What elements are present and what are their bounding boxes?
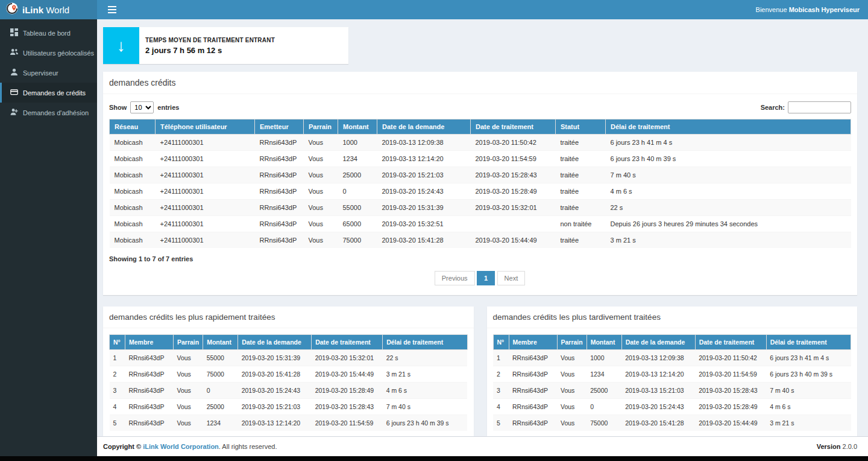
app-logo[interactable]: iLink World — [0, 0, 97, 19]
column-header[interactable]: Date de traitement — [471, 119, 556, 135]
table-cell: Vous — [304, 183, 338, 200]
table-cell: Vous — [304, 200, 338, 216]
table-cell: 2 — [493, 366, 509, 383]
next-page-button[interactable]: Next — [497, 271, 526, 285]
table-cell: 25000 — [203, 399, 238, 415]
arrow-down-icon: ↓ — [103, 27, 139, 64]
table-cell: 2019-03-20 15:32:51 — [377, 216, 471, 232]
column-header[interactable]: Statut — [556, 119, 606, 135]
table-cell: 2019-03-20 15:28:49 — [312, 383, 383, 399]
table-cell: 2019-03-20 15:28:49 — [471, 183, 556, 200]
copyright-label: Copyright © — [103, 443, 143, 450]
table-cell: 2019-03-20 15:28:43 — [695, 383, 766, 399]
column-header: Date de la demande — [621, 335, 695, 350]
sidebar-item-demandes-adhesion[interactable]: Demandes d'adhésion — [0, 103, 97, 122]
main-area: Bienvenue Mobicash Hyperviseur ↓ TEMPS M… — [97, 0, 868, 456]
table-cell: 5 — [110, 415, 125, 431]
table-cell: RRnsi643dP — [255, 151, 304, 167]
column-header[interactable]: Réseau — [110, 119, 156, 135]
table-row: Mobicash+24111000301RRnsi643dPVous250002… — [110, 167, 851, 183]
table-row: Mobicash+24111000301RRnsi643dPVous750002… — [110, 232, 851, 249]
table-cell: 2019-03-20 15:31:39 — [238, 350, 312, 366]
table-cell: 2019-03-20 15:44:49 — [312, 366, 383, 383]
table-cell: 4 — [493, 399, 509, 415]
column-header[interactable]: Montant — [338, 119, 377, 135]
credit-requests-panel: demandes crédits Show 10 entries Search: — [103, 72, 857, 295]
table-cell: 5 — [493, 415, 509, 431]
table-cell: 0 — [587, 399, 621, 415]
sidebar-item-superviseur[interactable]: Superviseur — [0, 63, 97, 83]
table-cell: 2019-03-20 15:24:43 — [238, 383, 312, 399]
column-header[interactable]: Date de la demande — [377, 119, 471, 135]
table-cell: RRnsi643dP — [125, 383, 174, 399]
table-cell: 2 — [110, 366, 125, 383]
supervisor-icon — [10, 68, 18, 77]
table-row: Mobicash+24111000301RRnsi643dPVous100020… — [110, 135, 851, 151]
page-1-button[interactable]: 1 — [477, 271, 495, 285]
table-header-row: N°MembreParrainMontantDate de la demande… — [110, 335, 468, 350]
table-cell: 1 — [110, 350, 125, 366]
table-cell: 2019-03-13 12:14:20 — [377, 151, 471, 167]
column-header: Date de traitement — [695, 335, 766, 350]
infobox-value: 2 jours 7 h 56 m 12 s — [145, 46, 275, 55]
column-header[interactable]: Délai de traitement — [606, 119, 851, 135]
table-cell: 2019-03-20 11:54:59 — [695, 366, 766, 383]
table-cell: RRnsi643dP — [509, 350, 557, 366]
table-cell: Mobicash — [110, 167, 156, 183]
table-cell: Mobicash — [110, 232, 156, 249]
column-header[interactable]: Téléphone utilisateur — [156, 119, 255, 135]
table-cell: 55000 — [338, 200, 377, 216]
table-cell: +24111000301 — [156, 216, 255, 232]
column-header[interactable]: Parrain — [304, 119, 338, 135]
table-cell: 3 — [493, 383, 509, 399]
sidebar-toggle-button[interactable] — [105, 4, 119, 16]
username: Mobicash Hyperviseur — [789, 6, 860, 13]
table-cell: 0 — [203, 383, 238, 399]
table-cell: RRnsi643dP — [255, 167, 304, 183]
dashboard-icon — [10, 28, 18, 37]
table-cell: 25000 — [587, 383, 621, 399]
table-cell: RRnsi643dP — [255, 200, 304, 216]
table-cell: RRnsi643dP — [125, 415, 174, 431]
welcome-prefix: Bienvenue — [756, 6, 787, 13]
table-cell: 55000 — [203, 350, 238, 366]
table-cell: Vous — [174, 383, 203, 399]
infobox-content: TEMPS MOYEN DE TRAITEMENT ENTRANT 2 jour… — [139, 27, 281, 64]
table-row: 3RRnsi643dPVous02019-03-20 15:24:432019-… — [110, 383, 468, 399]
page-length-select[interactable]: 10 — [130, 101, 154, 113]
table-cell: 75000 — [203, 366, 238, 383]
sidebar-item-demandes-de-credits[interactable]: Demandes de crédits — [0, 83, 97, 103]
table-cell: 2019-03-20 15:44:49 — [695, 415, 766, 431]
table-header-row: N°MembreParrainMontantDate de la demande… — [493, 335, 851, 350]
table-cell: Mobicash — [110, 183, 156, 200]
table-cell: RRnsi643dP — [509, 366, 557, 383]
column-header: Parrain — [174, 335, 203, 350]
fastest-processed-table: N°MembreParrainMontantDate de la demande… — [109, 334, 468, 431]
previous-page-button[interactable]: Previous — [435, 271, 475, 285]
table-cell: 6 jours 23 h 41 m 4 s — [606, 135, 851, 151]
table-cell: RRnsi643dP — [255, 135, 304, 151]
search-input[interactable] — [788, 101, 851, 113]
slowest-processed-table: N°MembreParrainMontantDate de la demande… — [493, 334, 852, 431]
table-cell: 1234 — [338, 151, 377, 167]
version-value: 2.0.0 — [843, 443, 857, 450]
table-cell: 22 s — [383, 350, 467, 366]
table-cell: 2019-03-13 15:21:03 — [621, 383, 695, 399]
table-cell: Vous — [174, 366, 203, 383]
table-cell: traitée — [556, 200, 606, 216]
table-cell: 6 jours 23 h 40 m 39 s — [766, 366, 851, 383]
company-link[interactable]: iLink World Corporation — [143, 443, 219, 450]
table-cell: 3 m 21 s — [766, 415, 851, 431]
sidebar-item-label: Superviseur — [23, 69, 58, 77]
column-header: Date de la demande — [238, 335, 312, 350]
sidebar-item-tableau-de-bord[interactable]: Tableau de bord — [0, 23, 97, 43]
show-label: Show — [109, 104, 127, 111]
table-cell: 2019-03-13 12:14:20 — [621, 366, 695, 383]
column-header[interactable]: Emetteur — [255, 119, 304, 135]
table-row: 1RRnsi643dPVous10002019-03-13 12:09:3820… — [493, 350, 851, 366]
table-cell: 2019-03-20 15:28:43 — [312, 399, 383, 415]
ilink-logo-icon — [6, 2, 18, 17]
sidebar-item-utilisateurs-geolocalises[interactable]: Utilisateurs géolocalisés — [0, 43, 97, 63]
table-cell: 1 — [493, 350, 509, 366]
panel-title: demandes crédits — [103, 72, 857, 94]
